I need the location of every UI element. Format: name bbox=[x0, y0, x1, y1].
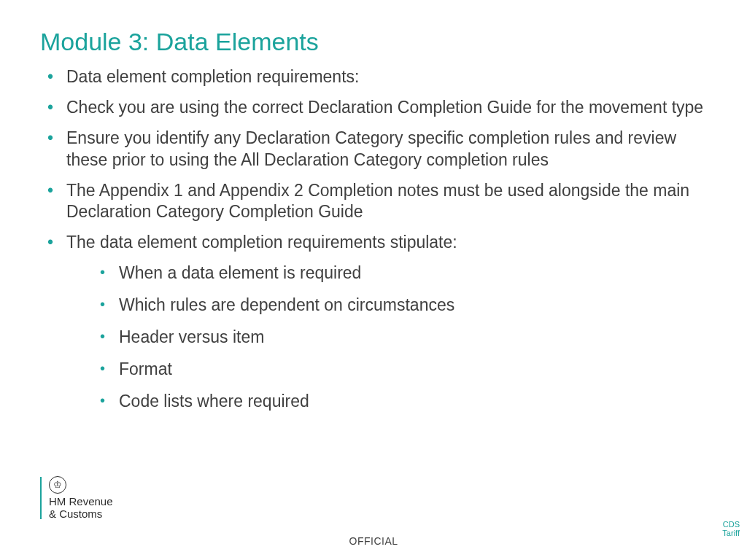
bullet-item: Ensure you identify any Declaration Cate… bbox=[44, 128, 707, 171]
bullet-list: Data element completion requirements: Ch… bbox=[40, 66, 707, 413]
sub-bullet-item: Which rules are dependent on circumstanc… bbox=[97, 295, 707, 316]
bullet-item: The Appendix 1 and Appendix 2 Completion… bbox=[44, 180, 707, 224]
bullet-item: Check you are using the correct Declarat… bbox=[44, 97, 707, 119]
bullet-item: The data element completion requirements… bbox=[44, 232, 707, 412]
slide-title: Module 3: Data Elements bbox=[40, 28, 707, 56]
sub-bullet-item: Code lists where required bbox=[97, 391, 707, 413]
logo-text-line2: & Customs bbox=[49, 508, 113, 521]
crown-icon bbox=[49, 476, 66, 494]
logo-inner: HM Revenue & Customs bbox=[49, 476, 113, 520]
logo-accent-bar bbox=[40, 477, 42, 519]
hmrc-logo: HM Revenue & Customs bbox=[40, 476, 113, 520]
slide: Module 3: Data Elements Data element com… bbox=[0, 0, 747, 560]
sub-bullet-list: When a data element is required Which ru… bbox=[66, 262, 707, 412]
bullet-item-text: The data element completion requirements… bbox=[66, 233, 457, 252]
bullet-item: Data element completion requirements: bbox=[44, 66, 707, 88]
classification-label: OFFICIAL bbox=[349, 535, 398, 547]
logo-text-line1: HM Revenue bbox=[49, 496, 113, 508]
sub-bullet-item: When a data element is required bbox=[97, 262, 707, 284]
sub-bullet-item: Format bbox=[97, 359, 707, 381]
sub-bullet-item: Header versus item bbox=[97, 327, 707, 349]
side-label: CDS Tariff bbox=[718, 520, 740, 538]
